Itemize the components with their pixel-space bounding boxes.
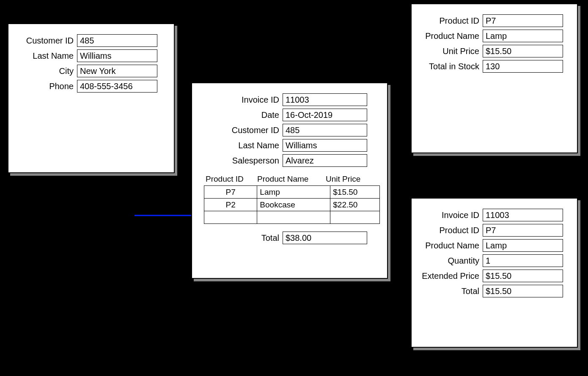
invoice-panel: Invoice ID 11003 Date 16-Oct-2019 Custom… (191, 82, 388, 279)
table-row: P7 Lamp $15.50 (204, 186, 380, 199)
invoice-lines-header: Product ID Product Name Unit Price (198, 174, 379, 185)
customer-phone-label: Phone (14, 82, 77, 91)
customer-panel: Customer ID 485 Last Name Williams City … (8, 23, 175, 173)
customer-id-label: Customer ID (14, 36, 77, 46)
product-stock-label: Total in Stock (418, 62, 483, 71)
lineitem-panel: Invoice ID 11003 Product ID P7 Product N… (411, 198, 578, 348)
lineitem-quantity-label: Quantity (418, 256, 483, 266)
col-product-name: Product Name (257, 174, 326, 184)
invoice-lines-table: P7 Lamp $15.50 P2 Bookcase $22.50 (204, 185, 380, 224)
invoice-date-field[interactable]: 16-Oct-2019 (283, 109, 367, 121)
lineitem-total-field[interactable]: $15.50 (483, 285, 563, 297)
invoice-salesperson-label: Salesperson (198, 156, 283, 166)
product-panel: Product ID P7 Product Name Lamp Unit Pri… (411, 3, 578, 153)
invoice-customerid-label: Customer ID (198, 125, 283, 135)
product-price-label: Unit Price (418, 46, 483, 56)
product-stock-field[interactable]: 130 (483, 60, 563, 73)
lineitem-total-label: Total (418, 286, 483, 296)
product-id-field[interactable]: P7 (483, 14, 563, 27)
invoice-salesperson-field[interactable]: Alvarez (283, 154, 367, 167)
table-row: P2 Bookcase $22.50 (204, 199, 380, 211)
product-id-label: Product ID (418, 16, 483, 26)
line-up[interactable]: $22.50 (330, 199, 380, 211)
lineitem-productid-label: Product ID (418, 226, 483, 235)
customer-city-label: City (14, 66, 77, 76)
invoice-id-field[interactable]: 11003 (283, 93, 367, 106)
product-name-label: Product Name (418, 31, 483, 41)
product-name-field[interactable]: Lamp (483, 30, 563, 42)
line-up[interactable]: $15.50 (330, 186, 380, 199)
invoice-lastname-label: Last Name (198, 141, 283, 150)
invoice-total-field[interactable]: $38.00 (283, 232, 367, 244)
lineitem-quantity-field[interactable]: 1 (483, 254, 563, 267)
customer-lastname-field[interactable]: Williams (77, 49, 157, 62)
line-pid[interactable]: P7 (204, 186, 257, 199)
invoice-lastname-field[interactable]: Williams (283, 139, 367, 152)
col-product-id: Product ID (206, 174, 257, 184)
lineitem-productid-field[interactable]: P7 (483, 224, 563, 237)
customer-lastname-label: Last Name (14, 51, 77, 61)
lineitem-productname-field[interactable]: Lamp (483, 239, 563, 252)
line-pid[interactable] (204, 211, 257, 224)
customer-id-field[interactable]: 485 (77, 34, 157, 47)
lineitem-invoiceid-field[interactable]: 11003 (483, 209, 563, 221)
invoice-customerid-field[interactable]: 485 (283, 124, 367, 136)
invoice-id-label: Invoice ID (198, 95, 283, 105)
line-pid[interactable]: P2 (204, 199, 257, 211)
line-pname[interactable]: Lamp (257, 186, 330, 199)
lineitem-invoiceid-label: Invoice ID (418, 210, 483, 220)
line-pname[interactable]: Bookcase (257, 199, 330, 211)
line-pname[interactable] (257, 211, 330, 224)
col-unit-price: Unit Price (326, 174, 371, 184)
line-up[interactable] (330, 211, 380, 224)
lineitem-extprice-field[interactable]: $15.50 (483, 270, 563, 282)
invoice-date-label: Date (198, 110, 283, 120)
lineitem-productname-label: Product Name (418, 241, 483, 251)
table-row (204, 211, 380, 224)
product-price-field[interactable]: $15.50 (483, 45, 563, 57)
customer-city-field[interactable]: New York (77, 65, 157, 77)
invoice-total-label: Total (198, 233, 283, 243)
lineitem-extprice-label: Extended Price (418, 271, 483, 281)
customer-phone-field[interactable]: 408-555-3456 (77, 80, 157, 93)
